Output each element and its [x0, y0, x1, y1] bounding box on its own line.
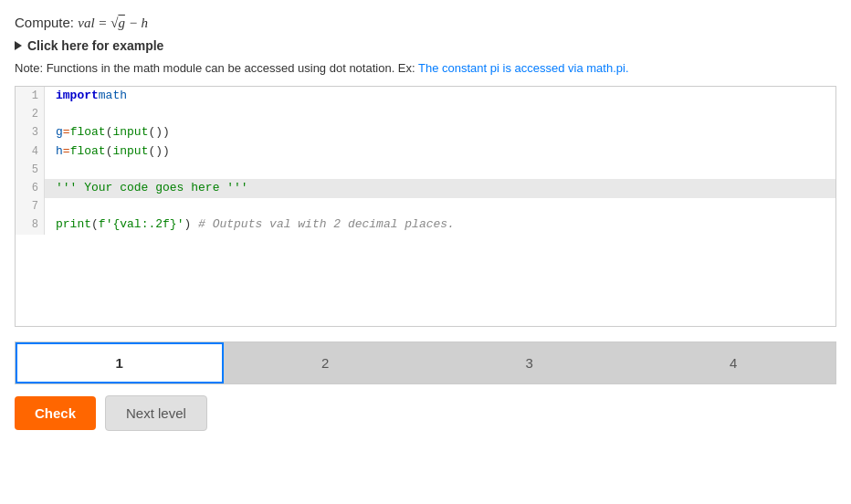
- code-line-2: 2: [16, 106, 835, 123]
- code-line-4: 4 h = float(input()): [16, 142, 835, 162]
- tab-1[interactable]: 1: [16, 342, 224, 383]
- note-text: Note: Functions in the math module can b…: [15, 60, 836, 77]
- line-content-2: [45, 106, 835, 123]
- line-content-3: g = float(input()): [45, 123, 835, 142]
- code-line-5: 5: [16, 162, 835, 179]
- example-label: Click here for example: [27, 38, 163, 53]
- actions-bar: Check Next level: [15, 395, 836, 431]
- triangle-icon: [15, 41, 22, 50]
- line-content-7: [45, 198, 835, 215]
- line-num-5: 5: [16, 162, 45, 179]
- line-num-4: 4: [16, 142, 45, 162]
- check-button[interactable]: Check: [15, 396, 96, 430]
- note-suffix: The constant pi is accessed via math.pi.: [418, 61, 629, 75]
- problem-title: Compute: val = √g − h: [15, 15, 836, 31]
- problem-label: Compute:: [15, 15, 74, 30]
- line-num-2: 2: [16, 106, 45, 123]
- line-content-6: ''' Your code goes here ''': [45, 179, 835, 198]
- example-toggle[interactable]: Click here for example: [15, 38, 836, 53]
- tab-3[interactable]: 3: [427, 342, 632, 383]
- code-line-6[interactable]: 6 ''' Your code goes here ''': [16, 179, 835, 198]
- code-line-7: 7: [16, 198, 835, 215]
- line-num-8: 8: [16, 215, 45, 235]
- tab-2[interactable]: 2: [224, 342, 428, 383]
- next-level-button[interactable]: Next level: [105, 395, 207, 431]
- code-editor-padding: [16, 235, 835, 326]
- tab-4[interactable]: 4: [632, 342, 836, 383]
- line-num-1: 1: [16, 87, 45, 106]
- line-num-6: 6: [16, 179, 45, 198]
- line-content-5: [45, 162, 835, 179]
- line-content-8: print(f'{val:.2f}') # Outputs val with 2…: [45, 215, 835, 235]
- note-prefix: Note: Functions in the math module can b…: [15, 61, 418, 75]
- math-formula: val = √g − h: [78, 16, 148, 30]
- code-line-3: 3 g = float(input()): [16, 123, 835, 142]
- tabs-bar: 1 2 3 4: [15, 341, 836, 384]
- line-num-7: 7: [16, 198, 45, 215]
- line-num-3: 3: [16, 123, 45, 142]
- line-content-1: import math: [45, 87, 835, 106]
- code-editor[interactable]: 1 import math 2 3 g = float(input()) 4 h…: [15, 86, 836, 327]
- line-content-4: h = float(input()): [45, 142, 835, 162]
- code-line-1: 1 import math: [16, 87, 835, 106]
- code-line-8: 8 print(f'{val:.2f}') # Outputs val with…: [16, 215, 835, 235]
